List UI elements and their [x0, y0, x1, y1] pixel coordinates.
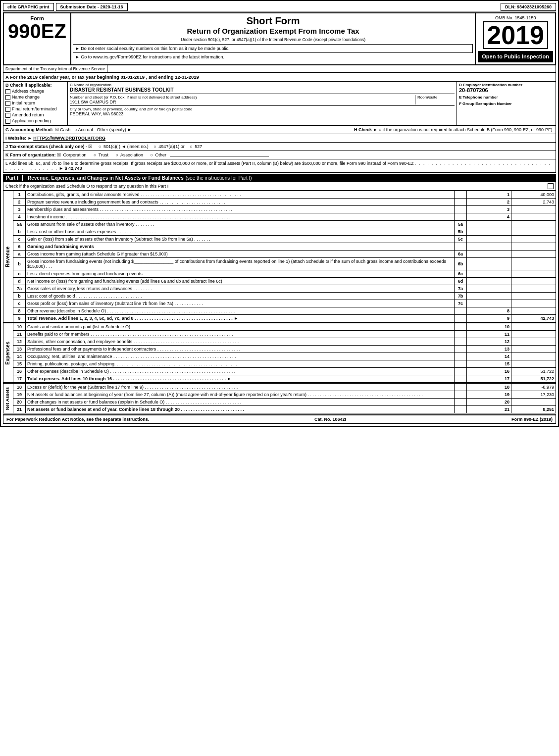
- table-row: 7a Gross sales of inventory, less return…: [3, 285, 556, 293]
- table-row: b Less: cost of goods sold . . . . . . .…: [3, 293, 556, 300]
- table-row: a Gross income from gaming (attach Sched…: [3, 251, 556, 258]
- form-org-label: K Form of organization:: [5, 152, 56, 157]
- page: efile GRAPHIC print Submission Date - 20…: [0, 0, 559, 427]
- other-label: Other (specify) ►: [97, 127, 132, 132]
- status-527: 527: [195, 144, 202, 149]
- table-row: Revenue 1 Contributions, gifts, grants, …: [3, 191, 556, 199]
- phone-label: E Telephone number: [459, 95, 554, 100]
- omb-number: OMB No. 1545-1150: [495, 15, 536, 20]
- tax-status-label: J Tax-exempt status (check only one) -: [5, 144, 87, 149]
- note1: ► Do not enter social security numbers o…: [75, 46, 230, 51]
- h-label: H Check ►: [354, 127, 377, 132]
- table-row: 12 Salaries, other compensation, and emp…: [3, 338, 556, 346]
- open-to-public: Open to Public Inspection: [478, 51, 553, 62]
- website-label: I Website: ►: [5, 136, 32, 141]
- trust: Trust: [99, 152, 108, 157]
- name-change-check-icon: [5, 95, 10, 100]
- application-pending-check-icon: [5, 119, 10, 124]
- cash-label: Cash: [60, 127, 70, 132]
- table-row: 14 Occupancy, rent, utilities, and maint…: [3, 353, 556, 360]
- expenses-side-label: Expenses: [3, 323, 13, 383]
- efile-label: efile GRAPHIC print: [3, 3, 54, 11]
- dept-name: Department of the Treasury Internal Reve…: [3, 65, 107, 72]
- table-row: 8 Other revenue (describe in Schedule O)…: [3, 307, 556, 315]
- table-row: 21 Net assets or fund balances at end of…: [3, 406, 556, 413]
- table-row: 16 Other expenses (describe in Schedule …: [3, 368, 556, 375]
- check-line-text: Check if the organization used Schedule …: [5, 184, 546, 189]
- group-exempt-label: F Group Exemption Number: [459, 101, 554, 106]
- table-row: Expenses 10 Grants and similar amounts p…: [3, 323, 556, 331]
- address-change-check-icon: [5, 89, 10, 94]
- accounting-label: G Accounting Method:: [5, 127, 53, 132]
- city: FEDERAL WAY, WA 98023: [70, 111, 455, 116]
- note2: ► Go to www.irs.gov/Form990EZ for instru…: [75, 54, 224, 59]
- main-title: Return of Organization Exempt From Incom…: [73, 27, 473, 35]
- footer-center: Cat. No. 10642I: [314, 417, 346, 422]
- table-row: 4 Investment income . . . . . . . . . . …: [3, 213, 556, 221]
- website-url: HTTPS://WWW.DRBTOOLKIT.ORG: [33, 136, 105, 141]
- table-row: 11 Benefits paid to or for members . . .…: [3, 331, 556, 338]
- accrual-label: Accrual: [78, 127, 93, 132]
- address-change-checkbox[interactable]: Address change: [5, 89, 65, 94]
- table-row: Net Assets 18 Excess or (deficit) for th…: [3, 383, 556, 391]
- part-i-see-instructions: (see the instructions for Part I): [186, 175, 252, 181]
- amended-return-check-icon: [5, 113, 10, 118]
- table-row: 19 Net assets or fund balances at beginn…: [3, 391, 556, 399]
- table-row: c Gross profit or (loss) from sales of i…: [3, 300, 556, 307]
- other: Other: [155, 152, 167, 157]
- line-l-text: L Add lines 5b, 6c, and 7b to line 9 to …: [5, 161, 414, 166]
- room-label: Room/suite: [417, 95, 455, 100]
- table-row: b Gross income from fundraising events (…: [3, 258, 556, 270]
- table-row: 20 Other changes in net assets or fund b…: [3, 399, 556, 406]
- application-pending-checkbox[interactable]: Application pending: [5, 118, 65, 124]
- dln: DLN: 93492321095260: [501, 3, 556, 11]
- table-row: 3 Membership dues and assessments . . . …: [3, 206, 556, 213]
- table-row: 13 Professional fees and other payments …: [3, 346, 556, 353]
- corporation: Corporation: [63, 152, 87, 157]
- org-name-label: C Name of organization: [70, 83, 455, 87]
- employer-id-label: D Employer identification number: [459, 83, 554, 87]
- association: Association: [120, 152, 143, 157]
- status-501c: 501(c)( ) ◄ (insert no.): [103, 144, 149, 149]
- initial-return-checkbox[interactable]: Initial return: [5, 101, 65, 106]
- form-number: 990EZ: [8, 21, 66, 41]
- table-row: 17 Total expenses. Add lines 10 through …: [3, 375, 556, 383]
- submission-date: Submission Date - 2020-11-16: [56, 3, 128, 11]
- table-row: 6 Gaming and fundraising events: [3, 243, 556, 251]
- line-l-amount: ► $ 42,743: [59, 166, 82, 171]
- net-assets-side-label: Net Assets: [3, 383, 13, 413]
- part-i-title: Revenue, Expenses, and Changes in Net As…: [28, 175, 184, 181]
- footer-left: For Paperwork Reduction Act Notice, see …: [6, 417, 149, 422]
- city-label: City or town, state or province, country…: [70, 107, 455, 111]
- street-label: Number and street (or P.O. box, if mail …: [70, 95, 415, 100]
- table-row: b Less: cost or other basis and sales ex…: [3, 228, 556, 236]
- table-row: 5a Gross amount from sale of assets othe…: [3, 221, 556, 228]
- final-return-checkbox[interactable]: Final return/terminated: [5, 106, 65, 112]
- initial-return-check-icon: [5, 101, 10, 106]
- h-text: ○ if the organization is not required to…: [379, 127, 554, 132]
- section-b-label: B Check if applicable:: [5, 83, 65, 88]
- short-form-title: Short Form: [73, 15, 473, 27]
- table-row: d Net income or (loss) from gaming and f…: [3, 278, 556, 285]
- status-4947: 4947(a)(1) or: [158, 144, 185, 149]
- table-row: 15 Printing, publications, postage, and …: [3, 360, 556, 368]
- table-row: c Less: direct expenses from gaming and …: [3, 270, 556, 278]
- table-row: c Gain or (loss) from sale of assets oth…: [3, 236, 556, 243]
- final-return-check-icon: [5, 107, 10, 112]
- revenue-side-label: Revenue: [3, 191, 13, 322]
- year: 2019: [483, 21, 548, 49]
- part-i-label: Part I: [6, 175, 23, 181]
- table-row: 9 Total revenue. Add lines 1, 2, 3, 4, 5…: [3, 315, 556, 322]
- street: 1911 SW CAMPUS DR: [70, 100, 415, 104]
- subtitle: Under section 501(c), 527, or 4947(a)(1)…: [73, 37, 473, 42]
- name-change-checkbox[interactable]: Name change: [5, 95, 65, 100]
- table-row: 2 Program service revenue including gove…: [3, 199, 556, 206]
- employer-id: 20-8707206: [459, 87, 554, 93]
- org-name: DISASTER RESISTANT BUSINESS TOOLKIT: [70, 87, 455, 93]
- footer-right: Form 990-EZ (2019): [511, 417, 553, 422]
- section-a: A For the 2019 calendar year, or tax yea…: [3, 73, 556, 82]
- amended-return-checkbox[interactable]: Amended return: [5, 112, 65, 118]
